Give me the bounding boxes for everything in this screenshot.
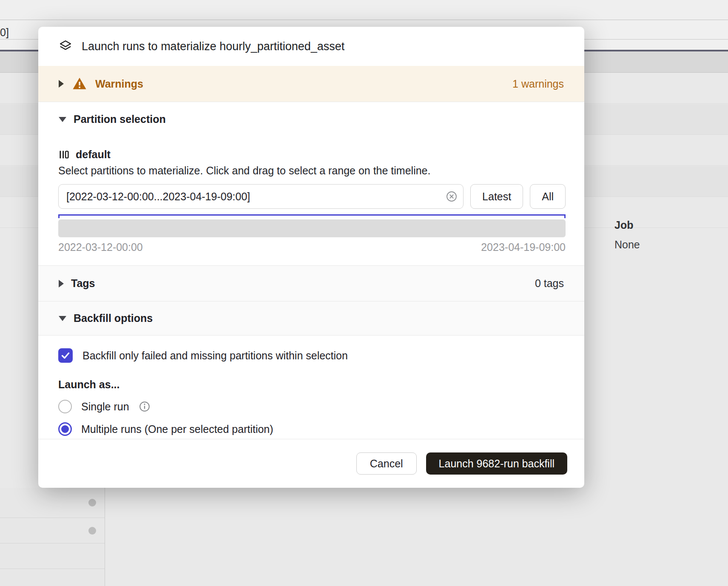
- launch-backfill-button[interactable]: Launch 9682-run backfill: [426, 452, 567, 475]
- dimension-row: default: [58, 148, 566, 161]
- partition-range-field: [58, 184, 464, 209]
- multiple-runs-option[interactable]: Multiple runs (One per selected partitio…: [58, 422, 564, 436]
- chevron-right-icon: [59, 80, 64, 88]
- timeline-selection-bracket: [58, 214, 566, 218]
- radio-dot: [61, 425, 69, 433]
- backfill-options-label: Backfill options: [74, 312, 153, 324]
- partition-selection-body: default Select partitions to materialize…: [38, 137, 584, 265]
- single-run-label: Single run: [81, 401, 129, 413]
- clear-selection-icon[interactable]: [446, 191, 458, 202]
- dimension-name: default: [76, 148, 111, 161]
- chevron-right-icon: [59, 280, 64, 287]
- tags-count: 0 tags: [535, 277, 564, 290]
- dialog-header: Launch runs to materialize hourly_partit…: [38, 27, 584, 66]
- all-button[interactable]: All: [530, 184, 566, 209]
- status-dot-icon: [88, 499, 96, 506]
- partition-dimension-icon: [58, 149, 70, 160]
- background-list-row: [0, 543, 105, 569]
- partition-description: Select partitions to materialize. Click …: [58, 165, 566, 177]
- materialize-layers-icon: [59, 40, 72, 53]
- status-dot-icon: [88, 527, 96, 535]
- background-partial-text: 0]: [0, 26, 9, 39]
- dialog-title: Launch runs to materialize hourly_partit…: [82, 40, 344, 53]
- warning-triangle-icon: [72, 77, 87, 91]
- backfill-checkbox-label: Backfill only failed and missing partiti…: [82, 350, 348, 362]
- partition-selection-label: Partition selection: [74, 113, 166, 125]
- tags-section-header[interactable]: Tags 0 tags: [38, 265, 584, 301]
- radio-unselected-icon[interactable]: [58, 400, 72, 413]
- checkbox-checked-icon[interactable]: [58, 348, 73, 363]
- partition-selection-section-header[interactable]: Partition selection: [38, 102, 584, 137]
- timeline-range-labels: 2022-03-12-00:00 2023-04-19-09:00: [58, 241, 566, 265]
- job-column-value: None: [614, 239, 640, 251]
- single-run-option[interactable]: Single run: [58, 400, 564, 413]
- launch-backfill-dialog: Launch runs to materialize hourly_partit…: [38, 27, 584, 488]
- background-list-row: [0, 488, 105, 518]
- timeline-bar[interactable]: [58, 219, 566, 237]
- backfill-options-body: Backfill only failed and missing partiti…: [38, 335, 584, 439]
- cancel-button[interactable]: Cancel: [356, 452, 417, 475]
- background-job-column: Job None: [614, 219, 640, 251]
- radio-selected-icon[interactable]: [58, 422, 72, 436]
- backfill-checkbox-row[interactable]: Backfill only failed and missing partiti…: [58, 348, 564, 363]
- latest-button[interactable]: Latest: [470, 184, 523, 209]
- background-top-bar: [0, 0, 728, 20]
- backfill-options-section-header[interactable]: Backfill options: [38, 301, 584, 335]
- multiple-runs-label: Multiple runs (One per selected partitio…: [81, 423, 273, 435]
- background-list-row: [0, 518, 105, 543]
- dialog-footer: Cancel Launch 9682-run backfill: [38, 439, 584, 488]
- partition-controls: Latest All: [58, 184, 566, 209]
- chevron-down-icon: [59, 316, 66, 321]
- timeline-start-label: 2022-03-12-00:00: [58, 241, 143, 253]
- warnings-label: Warnings: [95, 78, 143, 90]
- timeline-end-label: 2023-04-19-09:00: [481, 241, 566, 253]
- warnings-count: 1 warnings: [512, 78, 564, 90]
- warnings-section-header[interactable]: Warnings 1 warnings: [38, 66, 584, 102]
- info-icon[interactable]: [139, 401, 151, 412]
- partition-range-input[interactable]: [58, 184, 464, 209]
- chevron-down-icon: [59, 117, 66, 122]
- tags-label: Tags: [71, 277, 95, 290]
- launch-as-label: Launch as...: [58, 378, 564, 391]
- partition-timeline[interactable]: 2022-03-12-00:00 2023-04-19-09:00: [58, 214, 566, 265]
- background-left-panel: [0, 488, 105, 586]
- job-column-header: Job: [614, 219, 640, 231]
